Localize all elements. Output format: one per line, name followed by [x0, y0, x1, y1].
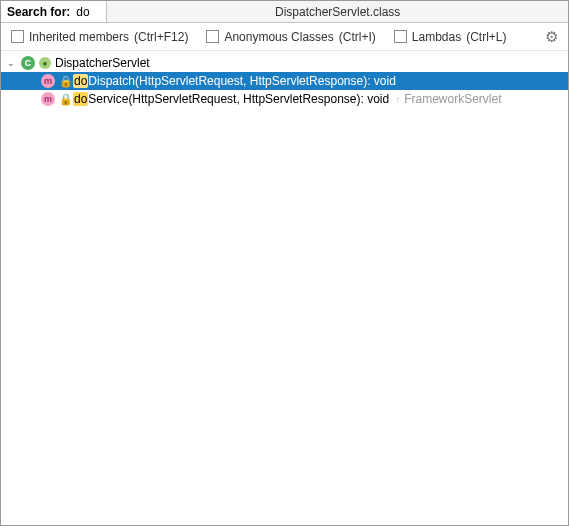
checkbox-shortcut: (Ctrl+L) — [466, 30, 506, 44]
override-arrow-icon: ↑ — [395, 94, 400, 105]
checkbox-icon — [394, 30, 407, 43]
tree-method-row[interactable]: m 🔒 doDispatch(HttpServletRequest, HttpS… — [1, 72, 568, 90]
class-name: DispatcherServlet — [55, 56, 150, 70]
method-signature: doDispatch(HttpServletRequest, HttpServl… — [73, 74, 396, 88]
toolbar: Inherited members (Ctrl+F12) Anonymous C… — [1, 23, 568, 51]
inherited-from: FrameworkServlet — [404, 92, 501, 106]
search-input[interactable] — [76, 5, 100, 19]
checkbox-label: Anonymous Classes — [224, 30, 333, 44]
checkbox-icon — [206, 30, 219, 43]
search-label: Search for: — [7, 5, 70, 19]
window-title: DispatcherServlet.class — [107, 1, 568, 22]
class-icon: C — [21, 56, 35, 70]
final-icon: ● — [39, 57, 51, 69]
method-icon: m — [41, 74, 55, 88]
tree-class-row[interactable]: ⌄ C ● DispatcherServlet — [1, 54, 568, 72]
match-highlight: do — [73, 92, 88, 106]
checkbox-shortcut: (Ctrl+I) — [339, 30, 376, 44]
checkbox-label: Inherited members — [29, 30, 129, 44]
tree-method-row[interactable]: m 🔒 doService(HttpServletRequest, HttpSe… — [1, 90, 568, 108]
match-highlight: do — [73, 74, 88, 88]
gear-icon[interactable]: ⚙ — [545, 29, 558, 44]
checkbox-icon — [11, 30, 24, 43]
anonymous-classes-checkbox[interactable]: Anonymous Classes (Ctrl+I) — [206, 30, 375, 44]
protected-icon: 🔒 — [59, 93, 69, 106]
checkbox-label: Lambdas — [412, 30, 461, 44]
lambdas-checkbox[interactable]: Lambdas (Ctrl+L) — [394, 30, 507, 44]
structure-tree: ⌄ C ● DispatcherServlet m 🔒 doDispatch(H… — [1, 51, 568, 525]
inherited-members-checkbox[interactable]: Inherited members (Ctrl+F12) — [11, 30, 188, 44]
method-icon: m — [41, 92, 55, 106]
method-signature: doService(HttpServletRequest, HttpServle… — [73, 92, 389, 106]
search-box: Search for: — [1, 1, 107, 22]
protected-icon: 🔒 — [59, 75, 69, 88]
checkbox-shortcut: (Ctrl+F12) — [134, 30, 188, 44]
expand-caret-icon[interactable]: ⌄ — [7, 58, 17, 68]
